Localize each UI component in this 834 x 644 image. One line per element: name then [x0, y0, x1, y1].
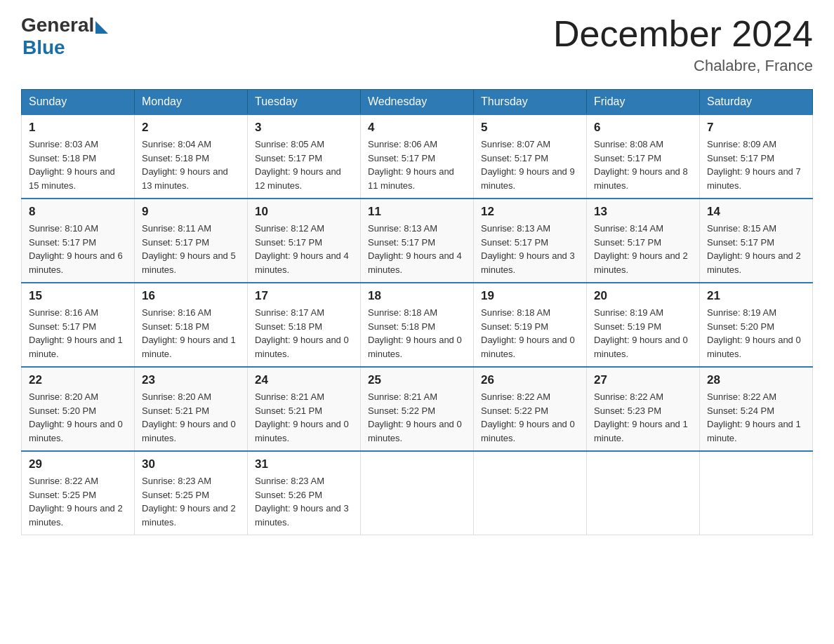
day-number: 21	[707, 289, 805, 303]
calendar-cell: 14 Sunrise: 8:15 AMSunset: 5:17 PMDaylig…	[700, 199, 813, 283]
calendar-cell: 11 Sunrise: 8:13 AMSunset: 5:17 PMDaylig…	[361, 199, 474, 283]
day-info: Sunrise: 8:17 AMSunset: 5:18 PMDaylight:…	[255, 307, 349, 359]
calendar-cell: 31 Sunrise: 8:23 AMSunset: 5:26 PMDaylig…	[248, 451, 361, 535]
logo: General Blue	[21, 14, 108, 59]
day-info: Sunrise: 8:06 AMSunset: 5:17 PMDaylight:…	[368, 139, 454, 191]
day-number: 23	[142, 373, 240, 387]
calendar-cell: 24 Sunrise: 8:21 AMSunset: 5:21 PMDaylig…	[248, 367, 361, 451]
calendar-week-4: 22 Sunrise: 8:20 AMSunset: 5:20 PMDaylig…	[22, 367, 813, 451]
calendar-title: December 2024	[553, 14, 813, 54]
day-number: 12	[481, 205, 579, 219]
day-info: Sunrise: 8:15 AMSunset: 5:17 PMDaylight:…	[707, 223, 801, 275]
day-info: Sunrise: 8:22 AMSunset: 5:22 PMDaylight:…	[481, 391, 575, 443]
day-info: Sunrise: 8:22 AMSunset: 5:23 PMDaylight:…	[594, 391, 688, 443]
day-number: 22	[29, 373, 127, 387]
calendar-cell: 8 Sunrise: 8:10 AMSunset: 5:17 PMDayligh…	[22, 199, 135, 283]
day-number: 25	[368, 373, 466, 387]
title-block: December 2024 Chalabre, France	[553, 14, 813, 75]
day-info: Sunrise: 8:22 AMSunset: 5:24 PMDaylight:…	[707, 391, 801, 443]
day-info: Sunrise: 8:21 AMSunset: 5:22 PMDaylight:…	[368, 391, 462, 443]
logo-blue-text: Blue	[22, 36, 65, 59]
day-number: 5	[481, 121, 579, 135]
calendar-cell	[587, 451, 700, 535]
day-number: 13	[594, 205, 692, 219]
calendar-cell: 25 Sunrise: 8:21 AMSunset: 5:22 PMDaylig…	[361, 367, 474, 451]
calendar-cell: 17 Sunrise: 8:17 AMSunset: 5:18 PMDaylig…	[248, 283, 361, 367]
calendar-cell: 5 Sunrise: 8:07 AMSunset: 5:17 PMDayligh…	[474, 114, 587, 199]
day-number: 19	[481, 289, 579, 303]
day-number: 24	[255, 373, 353, 387]
day-number: 10	[255, 205, 353, 219]
day-number: 8	[29, 205, 127, 219]
day-info: Sunrise: 8:08 AMSunset: 5:17 PMDaylight:…	[594, 139, 688, 191]
day-number: 14	[707, 205, 805, 219]
calendar-cell: 15 Sunrise: 8:16 AMSunset: 5:17 PMDaylig…	[22, 283, 135, 367]
calendar-table: Sunday Monday Tuesday Wednesday Thursday…	[21, 89, 813, 535]
day-number: 17	[255, 289, 353, 303]
day-info: Sunrise: 8:11 AMSunset: 5:17 PMDaylight:…	[142, 223, 236, 275]
day-info: Sunrise: 8:07 AMSunset: 5:17 PMDaylight:…	[481, 139, 575, 191]
calendar-week-3: 15 Sunrise: 8:16 AMSunset: 5:17 PMDaylig…	[22, 283, 813, 367]
day-info: Sunrise: 8:19 AMSunset: 5:19 PMDaylight:…	[594, 307, 688, 359]
day-number: 2	[142, 121, 240, 135]
logo-general-text: General	[21, 14, 94, 36]
calendar-cell: 10 Sunrise: 8:12 AMSunset: 5:17 PMDaylig…	[248, 199, 361, 283]
col-monday: Monday	[135, 90, 248, 115]
day-info: Sunrise: 8:12 AMSunset: 5:17 PMDaylight:…	[255, 223, 349, 275]
day-number: 29	[29, 457, 127, 471]
calendar-cell: 18 Sunrise: 8:18 AMSunset: 5:18 PMDaylig…	[361, 283, 474, 367]
calendar-cell: 28 Sunrise: 8:22 AMSunset: 5:24 PMDaylig…	[700, 367, 813, 451]
day-info: Sunrise: 8:16 AMSunset: 5:17 PMDaylight:…	[29, 307, 123, 359]
day-info: Sunrise: 8:21 AMSunset: 5:21 PMDaylight:…	[255, 391, 349, 443]
calendar-cell: 7 Sunrise: 8:09 AMSunset: 5:17 PMDayligh…	[700, 114, 813, 199]
day-number: 11	[368, 205, 466, 219]
day-info: Sunrise: 8:13 AMSunset: 5:17 PMDaylight:…	[368, 223, 462, 275]
col-tuesday: Tuesday	[248, 90, 361, 115]
calendar-header-row: Sunday Monday Tuesday Wednesday Thursday…	[22, 90, 813, 115]
calendar-cell: 4 Sunrise: 8:06 AMSunset: 5:17 PMDayligh…	[361, 114, 474, 199]
day-number: 30	[142, 457, 240, 471]
calendar-cell: 9 Sunrise: 8:11 AMSunset: 5:17 PMDayligh…	[135, 199, 248, 283]
day-info: Sunrise: 8:18 AMSunset: 5:18 PMDaylight:…	[368, 307, 462, 359]
calendar-cell: 30 Sunrise: 8:23 AMSunset: 5:25 PMDaylig…	[135, 451, 248, 535]
day-number: 15	[29, 289, 127, 303]
calendar-cell: 29 Sunrise: 8:22 AMSunset: 5:25 PMDaylig…	[22, 451, 135, 535]
logo-arrow-icon	[95, 21, 108, 34]
calendar-cell: 6 Sunrise: 8:08 AMSunset: 5:17 PMDayligh…	[587, 114, 700, 199]
calendar-cell	[700, 451, 813, 535]
calendar-cell: 16 Sunrise: 8:16 AMSunset: 5:18 PMDaylig…	[135, 283, 248, 367]
calendar-week-2: 8 Sunrise: 8:10 AMSunset: 5:17 PMDayligh…	[22, 199, 813, 283]
page-header: General Blue December 2024 Chalabre, Fra…	[21, 14, 813, 75]
calendar-cell: 2 Sunrise: 8:04 AMSunset: 5:18 PMDayligh…	[135, 114, 248, 199]
day-number: 9	[142, 205, 240, 219]
calendar-cell	[474, 451, 587, 535]
day-number: 27	[594, 373, 692, 387]
calendar-cell: 22 Sunrise: 8:20 AMSunset: 5:20 PMDaylig…	[22, 367, 135, 451]
day-number: 1	[29, 121, 127, 135]
calendar-cell: 20 Sunrise: 8:19 AMSunset: 5:19 PMDaylig…	[587, 283, 700, 367]
calendar-subtitle: Chalabre, France	[553, 57, 813, 75]
day-info: Sunrise: 8:19 AMSunset: 5:20 PMDaylight:…	[707, 307, 801, 359]
day-info: Sunrise: 8:05 AMSunset: 5:17 PMDaylight:…	[255, 139, 341, 191]
day-info: Sunrise: 8:22 AMSunset: 5:25 PMDaylight:…	[29, 476, 123, 528]
col-sunday: Sunday	[22, 90, 135, 115]
col-friday: Friday	[587, 90, 700, 115]
day-info: Sunrise: 8:03 AMSunset: 5:18 PMDaylight:…	[29, 139, 115, 191]
day-number: 18	[368, 289, 466, 303]
day-info: Sunrise: 8:14 AMSunset: 5:17 PMDaylight:…	[594, 223, 688, 275]
day-info: Sunrise: 8:20 AMSunset: 5:21 PMDaylight:…	[142, 391, 236, 443]
calendar-cell: 13 Sunrise: 8:14 AMSunset: 5:17 PMDaylig…	[587, 199, 700, 283]
day-number: 6	[594, 121, 692, 135]
calendar-cell: 27 Sunrise: 8:22 AMSunset: 5:23 PMDaylig…	[587, 367, 700, 451]
day-info: Sunrise: 8:23 AMSunset: 5:26 PMDaylight:…	[255, 476, 349, 528]
day-number: 31	[255, 457, 353, 471]
calendar-cell: 23 Sunrise: 8:20 AMSunset: 5:21 PMDaylig…	[135, 367, 248, 451]
day-info: Sunrise: 8:10 AMSunset: 5:17 PMDaylight:…	[29, 223, 123, 275]
day-number: 4	[368, 121, 466, 135]
day-info: Sunrise: 8:23 AMSunset: 5:25 PMDaylight:…	[142, 476, 236, 528]
day-number: 7	[707, 121, 805, 135]
col-saturday: Saturday	[700, 90, 813, 115]
col-thursday: Thursday	[474, 90, 587, 115]
day-number: 16	[142, 289, 240, 303]
calendar-cell: 19 Sunrise: 8:18 AMSunset: 5:19 PMDaylig…	[474, 283, 587, 367]
